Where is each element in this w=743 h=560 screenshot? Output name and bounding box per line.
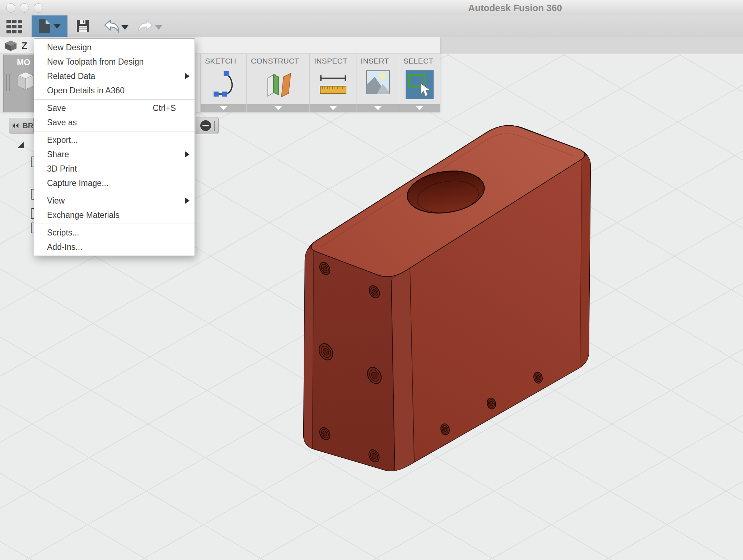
redo-dropdown-caret-icon[interactable]: [155, 25, 162, 30]
titlebar: Autodesk Fusion 360: [0, 0, 743, 16]
menu-item-label: Export...: [47, 135, 78, 145]
browser-label: BR: [23, 121, 33, 130]
ribbon-panel-insert[interactable]: INSERT: [356, 54, 399, 112]
window-title: Autodesk Fusion 360: [441, 3, 589, 14]
submenu-arrow-icon: [185, 73, 190, 79]
panel-strip-construct[interactable]: [247, 104, 310, 112]
menu-item-export[interactable]: Export...: [34, 133, 195, 147]
double-chevron-left-icon: [12, 122, 19, 130]
workspace-switcher[interactable]: MO: [3, 55, 35, 112]
menu-item-add-ins[interactable]: Add-Ins...: [34, 240, 195, 254]
ribbon-panel-select[interactable]: SELECT: [399, 54, 440, 112]
menu-item-label: New Toolpath from Design: [47, 57, 144, 67]
panel-strip-sketch[interactable]: [201, 104, 247, 112]
menu-item-share[interactable]: Share: [34, 147, 195, 162]
menu-item-label: Exchange Materials: [47, 210, 120, 220]
cube-icon: [5, 41, 17, 51]
browser-header-end[interactable]: [196, 117, 219, 134]
panel-grip-icon[interactable]: [6, 74, 11, 91]
menu-item-3d-print[interactable]: 3D Print: [34, 162, 195, 176]
sketch-spline-icon: [209, 70, 238, 100]
model-box-icon: [17, 71, 34, 93]
menu-item-label: View: [47, 196, 65, 206]
panel-dropdown-icon: [329, 106, 337, 110]
menu-item-label: Add-Ins...: [47, 242, 82, 252]
save-floppy-icon[interactable]: [77, 20, 89, 32]
construct-planes-icon: [263, 70, 294, 100]
ribbon-panel-sketch[interactable]: SKETCH: [200, 54, 247, 112]
menu-item-label: Capture Image...: [47, 178, 108, 188]
menu-separator: [34, 99, 195, 99]
menu-separator: [34, 224, 195, 224]
menu-item-exchange-materials[interactable]: Exchange Materials: [34, 208, 195, 222]
undo-dropdown-caret-icon[interactable]: [121, 25, 128, 30]
panel-label-construct: CONSTRUCT: [251, 57, 299, 65]
menu-item-label: Related Data: [47, 71, 95, 81]
insert-image-icon: [366, 70, 390, 94]
file-menu: New DesignNew Toolpath from DesignRelate…: [34, 38, 195, 256]
menu-item-open-details-in-a360[interactable]: Open Details in A360: [34, 83, 195, 98]
panel-label-inspect: INSPECT: [314, 57, 347, 65]
menu-item-scripts[interactable]: Scripts...: [34, 225, 195, 240]
minimize-window-button[interactable]: [20, 3, 29, 13]
quick-access-toolbar: [0, 15, 743, 37]
submenu-arrow-icon: [185, 151, 190, 158]
menu-item-label: Save as: [47, 118, 77, 127]
file-document-icon: [39, 19, 50, 33]
menu-item-label: Scripts...: [47, 228, 79, 238]
minus-glyph: [202, 125, 209, 126]
app-grid-icon[interactable]: [6, 20, 22, 33]
browser-collapse-header[interactable]: BR: [9, 118, 34, 134]
menu-separator: [34, 131, 195, 131]
menu-item-new-toolpath-from-design[interactable]: New Toolpath from Design: [34, 55, 195, 69]
document-tab[interactable]: Z: [5, 39, 27, 52]
close-window-button[interactable]: [6, 3, 15, 13]
menu-item-related-data[interactable]: Related Data: [34, 69, 195, 83]
menu-item-save-as[interactable]: Save as: [34, 115, 195, 130]
undo-icon[interactable]: [103, 19, 120, 34]
menu-item-label: Share: [47, 150, 69, 159]
panel-dropdown-icon: [416, 106, 424, 110]
fullscreen-window-button[interactable]: [34, 3, 43, 13]
menu-item-shortcut: Ctrl+S: [153, 103, 190, 113]
toolbar-empty-band: [440, 37, 743, 54]
panel-dropdown-icon: [220, 106, 228, 110]
panel-dropdown-icon: [274, 106, 282, 110]
redo-icon[interactable]: [137, 19, 154, 34]
ribbon-panel-inspect[interactable]: INSPECT: [309, 54, 356, 112]
panel-strip-select[interactable]: [399, 104, 440, 112]
submenu-arrow-icon: [185, 197, 190, 204]
menu-separator: [34, 192, 195, 192]
menu-item-capture-image[interactable]: Capture Image...: [34, 176, 195, 190]
file-menu-button[interactable]: [32, 15, 67, 37]
divider: [214, 121, 215, 131]
menu-item-label: Open Details in A360: [47, 86, 125, 95]
panel-strip-inspect[interactable]: [310, 104, 356, 112]
panel-strip-insert[interactable]: [356, 104, 399, 112]
panel-dropdown-icon: [374, 106, 382, 110]
document-tab-label: Z: [22, 40, 27, 51]
panel-label-sketch: SKETCH: [205, 57, 236, 65]
panel-label-insert: INSERT: [361, 57, 389, 65]
menu-item-view[interactable]: View: [34, 193, 195, 208]
inspect-measure-icon: [318, 70, 348, 98]
ribbon-panel-construct[interactable]: CONSTRUCT: [246, 54, 310, 112]
menu-item-label: New Design: [47, 43, 92, 52]
menu-item-label: 3D Print: [47, 164, 77, 174]
menu-item-new-design[interactable]: New Design: [34, 40, 195, 55]
panel-label-select: SELECT: [403, 57, 434, 65]
select-cursor-icon: [406, 70, 434, 99]
workspace-label: MO: [17, 58, 30, 67]
menu-item-label: Save: [47, 103, 66, 113]
model-left-face: [304, 248, 395, 473]
file-menu-caret-icon: [53, 24, 61, 29]
menu-item-save[interactable]: SaveCtrl+S: [34, 101, 195, 115]
